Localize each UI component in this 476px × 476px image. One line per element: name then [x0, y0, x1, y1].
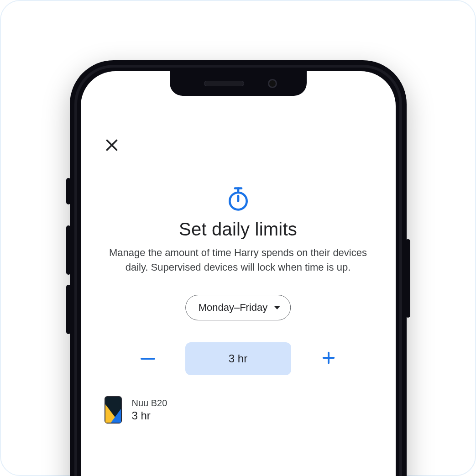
device-info: Nuu B20 3 hr — [132, 398, 167, 422]
device-name: Nuu B20 — [132, 398, 167, 408]
time-limit-value: 3 hr — [185, 342, 291, 375]
time-limit-stepper: 3 hr — [138, 342, 339, 375]
phone-power-button — [406, 239, 410, 318]
increase-time-button[interactable] — [319, 349, 339, 369]
close-button[interactable] — [104, 137, 120, 153]
plus-icon — [322, 351, 335, 366]
page-subtitle: Manage the amount of time Harry spends o… — [100, 246, 377, 275]
image-frame: Set daily limits Manage the amount of ti… — [0, 0, 476, 476]
close-icon — [104, 147, 120, 155]
day-range-dropdown[interactable]: Monday–Friday — [185, 295, 291, 320]
page-title: Set daily limits — [81, 219, 396, 240]
chevron-down-icon — [274, 306, 280, 309]
phone-screen: Set daily limits Manage the amount of ti… — [81, 71, 396, 476]
device-list-item[interactable]: Nuu B20 3 hr — [105, 396, 372, 424]
phone-mute-switch — [66, 178, 71, 204]
device-time-limit: 3 hr — [132, 409, 167, 422]
phone-volume-up — [66, 225, 71, 275]
minus-icon — [141, 358, 155, 360]
timer-icon — [225, 186, 251, 212]
screen-content: Set daily limits Manage the amount of ti… — [81, 71, 396, 476]
device-phone-icon — [105, 396, 122, 424]
day-range-label: Monday–Friday — [199, 302, 268, 314]
decrease-time-button[interactable] — [138, 349, 158, 369]
phone-device-frame: Set daily limits Manage the amount of ti… — [70, 60, 407, 476]
phone-volume-down — [66, 285, 71, 334]
